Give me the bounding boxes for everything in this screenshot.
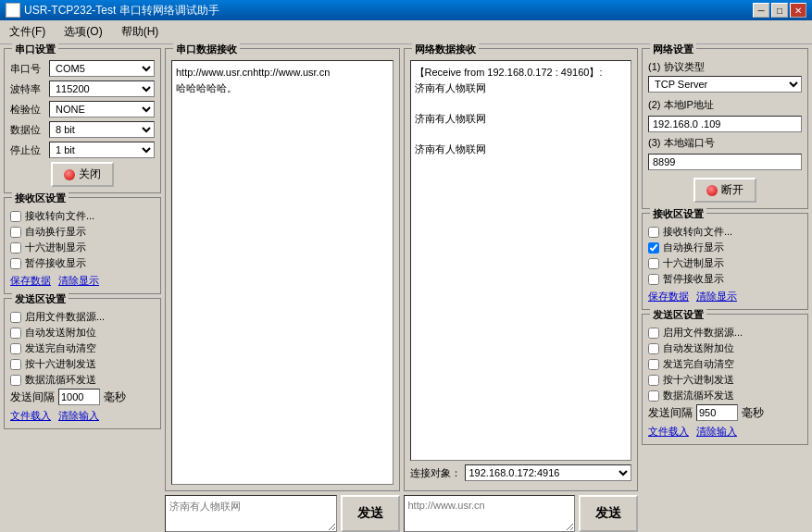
net-recv-label-2: 十六进制显示	[663, 256, 724, 270]
serial-save-data-link[interactable]: 保存数据	[10, 274, 51, 288]
serial-data-panel: 串口数据接收 http://www.usr.cnhttp://www.usr.c…	[165, 48, 400, 532]
stop-label: 停止位	[10, 143, 49, 157]
baud-label: 波特率	[10, 82, 49, 96]
net-send-check-3[interactable]	[648, 375, 659, 386]
net-send-label-0: 启用文件数据源...	[663, 326, 743, 340]
network-send-input[interactable]	[404, 495, 576, 532]
serial-send-row: 发送	[165, 495, 400, 532]
serial-send-opt-3: 按十六进制发送	[10, 357, 155, 371]
serial-send-button[interactable]: 发送	[341, 495, 400, 532]
serial-recv-check-2[interactable]	[10, 242, 21, 254]
local-ip-label: (2) 本地IP地址	[648, 98, 802, 112]
net-send-label-3: 按十六进制发送	[663, 373, 734, 387]
network-receive-settings-group: 接收区设置 接收转向文件... 自动换行显示 十六进制显示 暂停接收显示 保存数…	[642, 213, 808, 310]
network-disconnect-button[interactable]: 断开	[693, 178, 756, 203]
serial-interval-input[interactable]	[58, 389, 100, 405]
net-send-check-1[interactable]	[648, 343, 659, 354]
serial-send-settings-title: 发送区设置	[12, 292, 69, 306]
net-recv-label-0: 接收转向文件...	[663, 225, 732, 239]
net-interval-input[interactable]	[696, 404, 738, 421]
net-clear-input-link[interactable]: 清除输入	[696, 425, 737, 439]
serial-clear-input-link[interactable]: 清除输入	[58, 409, 99, 423]
baud-select[interactable]: 115200	[49, 80, 155, 97]
serial-send-opt-2: 发送完自动清空	[10, 341, 155, 355]
net-interval-label: 发送间隔	[648, 405, 693, 421]
serial-send-check-1[interactable]	[10, 328, 21, 339]
serial-send-label-3: 按十六进制发送	[25, 357, 96, 371]
network-settings-group: 网络设置 (1) 协议类型 TCP Server (2) 本地IP地址 (3) …	[642, 48, 808, 209]
serial-send-input[interactable]	[165, 495, 337, 532]
serial-send-label-2: 发送完自动清空	[25, 341, 96, 355]
port-select[interactable]: COM5	[49, 60, 155, 77]
network-data-group: 网络数据接收 【Receive from 192.168.0.172 : 491…	[404, 48, 639, 491]
network-send-row: 发送	[404, 495, 639, 532]
serial-recv-check-1[interactable]	[10, 227, 21, 238]
net-recv-opt-3: 暂停接收显示	[648, 272, 802, 286]
local-port-input[interactable]	[648, 154, 802, 170]
connect-label: 连接对象：	[410, 466, 461, 480]
maximize-button[interactable]: □	[771, 3, 788, 18]
serial-send-check-3[interactable]	[10, 359, 21, 370]
local-ip-input[interactable]	[648, 116, 802, 132]
net-recv-check-3[interactable]	[648, 274, 659, 285]
serial-send-label-1: 自动发送附加位	[25, 326, 96, 340]
serial-recv-label-1: 自动换行显示	[25, 225, 86, 239]
net-send-opt-3: 按十六进制发送	[648, 373, 802, 387]
serial-clear-display-link[interactable]: 清除显示	[58, 274, 99, 288]
serial-send-check-2[interactable]	[10, 343, 21, 354]
stop-select[interactable]: 1 bit	[49, 142, 155, 158]
serial-recv-check-3[interactable]	[10, 258, 21, 269]
serial-file-link[interactable]: 文件载入	[10, 409, 51, 423]
network-settings-title: 网络设置	[650, 43, 696, 56]
title-bar: ★ USR-TCP232-Test 串口转网络调试助手 ─ □ ✕	[0, 0, 812, 20]
network-data-textarea[interactable]: 【Receive from 192.168.0.172 : 49160】: 济南…	[410, 60, 632, 461]
net-clear-display-link[interactable]: 清除显示	[696, 290, 737, 303]
net-save-data-link[interactable]: 保存数据	[648, 290, 689, 303]
data-select[interactable]: 8 bit	[49, 121, 155, 138]
stop-row: 停止位 1 bit	[10, 142, 155, 158]
serial-recv-opt-2: 十六进制显示	[10, 241, 155, 254]
net-file-link[interactable]: 文件载入	[648, 425, 689, 439]
net-recv-check-0[interactable]	[648, 227, 659, 238]
menu-help[interactable]: 帮助(H)	[116, 22, 165, 42]
serial-recv-check-0[interactable]	[10, 211, 21, 222]
net-recv-opt-1: 自动换行显示	[648, 241, 802, 254]
net-send-check-2[interactable]	[648, 359, 659, 370]
network-send-button[interactable]: 发送	[579, 495, 638, 532]
local-port-label: (3) 本地端口号	[648, 136, 802, 150]
net-send-opt-1: 自动发送附加位	[648, 341, 802, 355]
main-content: 串口设置 串口号 COM5 波特率 115200 检验位 NONE	[0, 44, 812, 532]
net-send-check-0[interactable]	[648, 328, 659, 339]
window-controls: ─ □ ✕	[753, 3, 806, 18]
red-circle-icon-2	[706, 185, 718, 196]
connect-select[interactable]: 192.168.0.172:4916	[465, 464, 632, 481]
menu-options[interactable]: 选项(O)	[58, 22, 107, 42]
protocol-select[interactable]: TCP Server	[648, 76, 802, 93]
serial-send-check-4[interactable]	[10, 375, 21, 386]
network-data-title: 网络数据接收	[412, 43, 479, 56]
serial-send-opt-4: 数据流循环发送	[10, 373, 155, 387]
serial-interval-row: 发送间隔 毫秒	[10, 389, 155, 405]
net-send-opt-0: 启用文件数据源...	[648, 326, 802, 340]
serial-recv-label-0: 接收转向文件...	[25, 209, 94, 223]
net-send-opt-4: 数据流循环发送	[648, 389, 802, 402]
net-recv-check-1[interactable]	[648, 242, 659, 254]
serial-send-settings-group: 发送区设置 启用文件数据源... 自动发送附加位 发送完自动清空 按十六进制发送…	[4, 298, 161, 429]
check-row: 检验位 NONE	[10, 101, 155, 118]
minimize-button[interactable]: ─	[753, 3, 769, 18]
serial-send-check-0[interactable]	[10, 312, 21, 323]
net-send-check-4[interactable]	[648, 390, 659, 402]
menu-file[interactable]: 文件(F)	[4, 22, 51, 42]
protocol-label: (1) 协议类型	[648, 60, 802, 74]
middle-panels: 串口数据接收 http://www.usr.cnhttp://www.usr.c…	[165, 48, 638, 532]
check-select[interactable]: NONE	[49, 101, 155, 118]
check-label: 检验位	[10, 103, 49, 117]
port-row: 串口号 COM5	[10, 60, 155, 77]
network-send-settings-title: 发送区设置	[650, 308, 706, 322]
close-button[interactable]: ✕	[790, 3, 806, 18]
connect-row: 连接对象： 192.168.0.172:4916	[410, 464, 632, 481]
net-recv-check-2[interactable]	[648, 258, 659, 269]
net-interval-unit: 毫秒	[742, 405, 764, 421]
serial-data-textarea[interactable]: http://www.usr.cnhttp://www.usr.cn 哈哈哈哈哈…	[171, 60, 394, 485]
serial-close-button[interactable]: 关闭	[51, 162, 114, 187]
